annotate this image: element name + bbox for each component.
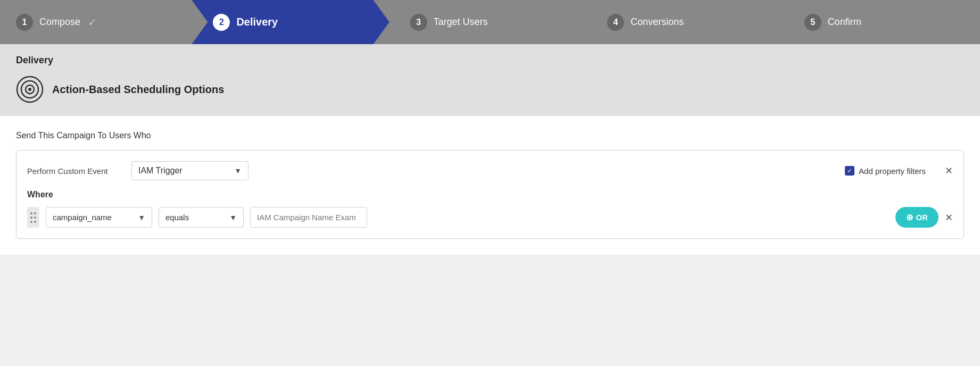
scheduling-label: Action-Based Scheduling Options [52, 84, 224, 96]
drag-dot-row-2 [30, 217, 36, 219]
field-dropdown-arrow: ▼ [138, 213, 145, 222]
drag-dot [30, 217, 32, 219]
delivery-title: Delivery [16, 55, 964, 66]
drag-handle[interactable] [27, 207, 39, 228]
filter-box-close-icon[interactable]: ✕ [945, 165, 953, 177]
add-property-label: Add property filters [859, 167, 926, 176]
operator-dropdown-arrow: ▼ [229, 213, 237, 222]
stepper: 1 Compose ✓ 2 Delivery 3 Target Users 4 … [0, 0, 980, 44]
step-compose-label: Compose [39, 16, 80, 28]
step-conversions-label: Conversions [630, 16, 684, 28]
filter-box: Perform Custom Event IAM Trigger ▼ ✓ Add… [16, 150, 964, 239]
delivery-header: Delivery Action-Based Scheduling Options [0, 44, 980, 116]
step-conversions-num: 4 [607, 14, 624, 31]
or-plus-icon: ⊕ [906, 212, 913, 222]
drag-dot [30, 212, 32, 214]
drag-dot [34, 212, 36, 214]
step-delivery[interactable]: 2 Delivery [192, 0, 389, 44]
event-dropdown[interactable]: IAM Trigger ▼ [131, 161, 248, 180]
event-dropdown-arrow: ▼ [234, 167, 242, 175]
where-label: Where [27, 190, 953, 199]
condition-close-icon[interactable]: ✕ [945, 212, 953, 223]
step-confirm-num: 5 [804, 14, 821, 31]
value-input[interactable] [250, 207, 367, 228]
add-property-checkbox[interactable]: ✓ [845, 166, 854, 176]
drag-dot-row-3 [30, 221, 36, 223]
step-confirm-label: Confirm [828, 16, 861, 28]
compose-check-icon: ✓ [88, 16, 97, 29]
operator-value: equals [165, 213, 189, 222]
send-campaign-label: Send This Campaign To Users Who [16, 131, 964, 140]
event-value: IAM Trigger [138, 166, 182, 176]
step-target-num: 3 [410, 14, 427, 31]
step-confirm[interactable]: 5 Confirm [783, 0, 980, 44]
form-area: Send This Campaign To Users Who Perform … [0, 116, 980, 255]
scheduling-options: Action-Based Scheduling Options [16, 76, 964, 103]
or-button[interactable]: ⊕ OR [895, 207, 939, 228]
perform-label: Perform Custom Event [27, 167, 123, 176]
or-button-label: OR [916, 213, 928, 222]
drag-dot-row-1 [30, 212, 36, 214]
field-dropdown[interactable]: campaign_name ▼ [46, 207, 152, 228]
step-conversions[interactable]: 4 Conversions [586, 0, 783, 44]
step-compose-num: 1 [16, 14, 33, 31]
drag-dot [34, 221, 36, 223]
where-condition-row: campaign_name ▼ equals ▼ ⊕ OR ✕ [27, 207, 953, 228]
step-target[interactable]: 3 Target Users [389, 0, 586, 44]
drag-dot [30, 221, 32, 223]
drag-dot [34, 217, 36, 219]
step-compose[interactable]: 1 Compose ✓ [0, 0, 192, 44]
action-based-icon [16, 76, 44, 103]
step-delivery-num: 2 [213, 14, 230, 31]
operator-dropdown[interactable]: equals ▼ [159, 207, 244, 228]
perform-event-row: Perform Custom Event IAM Trigger ▼ ✓ Add… [27, 161, 953, 180]
content-area: Delivery Action-Based Scheduling Options… [0, 44, 980, 255]
field-value: campaign_name [53, 213, 112, 222]
add-property-filter-container: ✓ Add property filters [845, 166, 926, 176]
svg-point-3 [28, 88, 31, 91]
step-delivery-label: Delivery [236, 16, 278, 28]
step-target-label: Target Users [434, 16, 488, 28]
